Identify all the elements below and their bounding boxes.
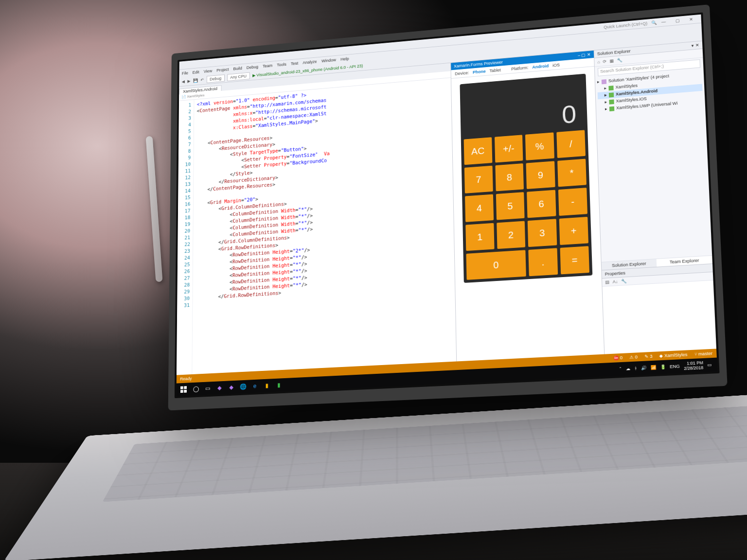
svg-rect-1 bbox=[184, 386, 187, 389]
properties-grid[interactable] bbox=[603, 280, 716, 354]
start-button[interactable] bbox=[178, 384, 189, 395]
panel-menu-icon[interactable]: ▾ ✕ bbox=[692, 41, 700, 50]
status-ready: Ready bbox=[180, 376, 192, 382]
menu-view[interactable]: View bbox=[204, 69, 212, 73]
window-maximize-icon[interactable]: ▢ bbox=[670, 18, 684, 24]
panel-close-icon[interactable]: – ▢ ✕ bbox=[578, 52, 591, 58]
calculator-display: 0 bbox=[462, 77, 585, 140]
action-center-icon[interactable]: ▭ bbox=[707, 362, 712, 368]
clock[interactable]: 1:01 PM 2/28/2018 bbox=[684, 360, 704, 371]
solution-tree[interactable]: ▸Solution 'XamlStyles' (4 project▸XamlSt… bbox=[595, 69, 712, 262]
device-frame: 0 AC+/-%/789*456-123+0.= bbox=[460, 74, 592, 283]
window-minimize-icon[interactable]: — bbox=[657, 19, 671, 25]
repo-indicator[interactable]: ◆ XamlStyles bbox=[659, 352, 688, 358]
properties-icon[interactable]: 🔧 bbox=[617, 58, 622, 63]
warning-count[interactable]: ⚠ 0 bbox=[629, 354, 637, 360]
show-all-icon[interactable]: ▦ bbox=[610, 58, 614, 63]
calc-button-0[interactable]: 0 bbox=[466, 250, 526, 280]
language-indicator[interactable]: ENG bbox=[670, 364, 680, 369]
menu-project[interactable]: Project bbox=[216, 67, 229, 72]
calc-button-6[interactable]: 6 bbox=[527, 190, 556, 218]
svg-rect-3 bbox=[184, 390, 187, 393]
calc-button-key[interactable]: * bbox=[557, 159, 587, 187]
task-view-icon[interactable]: ▭ bbox=[202, 383, 213, 394]
code-editor[interactable]: 1234567891011121314151617181920212223242… bbox=[177, 78, 456, 375]
chrome-icon[interactable]: 🌐 bbox=[238, 381, 248, 392]
calc-button-key[interactable]: . bbox=[528, 248, 557, 276]
onedrive-icon[interactable]: ☁ bbox=[625, 366, 630, 371]
home-icon[interactable]: ⌂ bbox=[597, 60, 600, 65]
calc-button-key[interactable]: / bbox=[556, 130, 586, 158]
calc-button-key[interactable]: - bbox=[558, 188, 587, 216]
file-explorer-icon[interactable]: ▮ bbox=[262, 380, 272, 391]
calc-button-keykeykey[interactable]: +/- bbox=[495, 135, 523, 162]
menu-edit[interactable]: Edit bbox=[193, 70, 199, 75]
nav-back-icon[interactable]: ◀ bbox=[182, 79, 185, 84]
calc-button-3[interactable]: 3 bbox=[528, 219, 557, 247]
visual-studio-icon[interactable]: ◆ bbox=[214, 383, 225, 393]
volume-icon[interactable]: 🔊 bbox=[640, 366, 646, 371]
edge-icon[interactable]: e bbox=[250, 381, 260, 391]
save-all-icon[interactable]: 💾 bbox=[193, 78, 198, 83]
calc-button-9[interactable]: 9 bbox=[526, 161, 555, 189]
window-close-icon[interactable]: ✕ bbox=[684, 17, 698, 22]
menu-test[interactable]: Test bbox=[291, 61, 298, 66]
battery-icon[interactable]: 🔋 bbox=[660, 365, 666, 370]
platform-combo[interactable]: Any CPU bbox=[227, 72, 249, 81]
alpha-sort-icon[interactable]: A↓ bbox=[613, 279, 618, 284]
calc-button-key[interactable]: % bbox=[525, 132, 554, 160]
calc-button-5[interactable]: 5 bbox=[496, 192, 524, 220]
menu-window[interactable]: Window bbox=[321, 57, 336, 63]
calc-button-4[interactable]: 4 bbox=[465, 194, 494, 222]
refresh-icon[interactable]: ⟳ bbox=[603, 59, 607, 64]
menu-build[interactable]: Build bbox=[233, 66, 242, 71]
svg-rect-0 bbox=[180, 386, 183, 389]
platform-ios-tab[interactable]: iOS bbox=[552, 63, 560, 68]
error-count[interactable]: ⛔ 0 bbox=[613, 355, 623, 361]
menu-tools[interactable]: Tools bbox=[277, 62, 286, 68]
menu-file[interactable]: File bbox=[182, 71, 188, 76]
platform-android-tab[interactable]: Android bbox=[532, 64, 549, 70]
bluetooth-icon[interactable]: ᚼ bbox=[634, 366, 637, 371]
surface-pen bbox=[146, 136, 163, 282]
menu-team[interactable]: Team bbox=[263, 63, 272, 69]
menu-help[interactable]: Help bbox=[340, 56, 349, 62]
menu-debug[interactable]: Debug bbox=[247, 65, 258, 70]
device-label: Device: bbox=[455, 70, 469, 76]
categorize-icon[interactable]: ▤ bbox=[605, 280, 610, 284]
wifi-icon[interactable]: 📶 bbox=[650, 365, 656, 370]
calc-button-7[interactable]: 7 bbox=[464, 166, 493, 193]
app-icon[interactable]: ▮ bbox=[274, 380, 284, 390]
undo-icon[interactable]: ↶ bbox=[200, 78, 204, 83]
device-phone-tab[interactable]: Phone bbox=[473, 69, 486, 75]
calc-button-key[interactable]: + bbox=[559, 217, 588, 245]
nav-fwd-icon[interactable]: ▶ bbox=[187, 79, 190, 83]
tray-up-icon[interactable]: ˄ bbox=[619, 367, 622, 371]
calc-button-key[interactable]: = bbox=[560, 246, 589, 274]
svg-rect-2 bbox=[180, 390, 183, 393]
cortana-icon[interactable]: ◯ bbox=[191, 384, 201, 394]
calc-button-2[interactable]: 2 bbox=[497, 221, 525, 249]
calc-button-8[interactable]: 8 bbox=[495, 163, 524, 191]
wrench-icon[interactable]: 🔧 bbox=[621, 279, 626, 284]
branch-indicator[interactable]: ⑂ master bbox=[694, 351, 712, 357]
calc-button-1[interactable]: 1 bbox=[465, 223, 494, 251]
menu-analyze[interactable]: Analyze bbox=[302, 59, 317, 65]
config-combo[interactable]: Debug bbox=[207, 74, 225, 83]
device-tablet-tab[interactable]: Tablet bbox=[489, 68, 501, 73]
platform-label: Platform: bbox=[511, 65, 529, 71]
pending-changes[interactable]: ✎ 3 bbox=[644, 354, 653, 359]
calc-button-AC[interactable]: AC bbox=[464, 137, 492, 165]
visual-studio-icon-2[interactable]: ◆ bbox=[226, 382, 236, 393]
